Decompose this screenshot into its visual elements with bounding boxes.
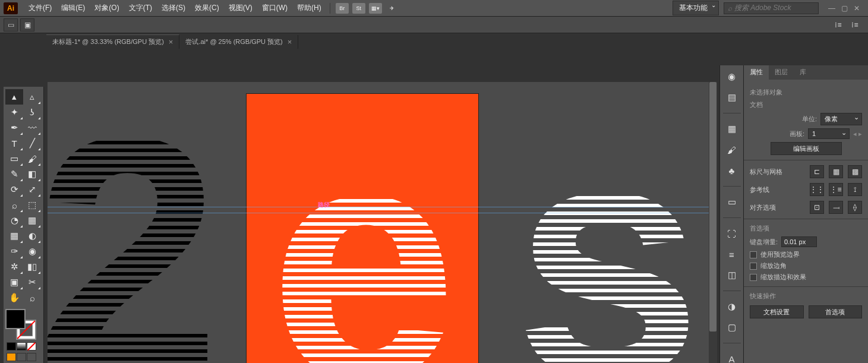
- artboard-stepper[interactable]: ◂ ▸: [853, 130, 862, 138]
- gradient-tool[interactable]: ◐: [23, 228, 41, 244]
- perspective-tool[interactable]: ▦: [23, 213, 41, 228]
- zoom-tool[interactable]: ⌕: [23, 290, 41, 305]
- paintbrush-tool[interactable]: 🖌: [23, 151, 41, 166]
- symbol-sprayer-tool[interactable]: ✲: [5, 259, 23, 274]
- fill-stroke-swatches[interactable]: [5, 309, 37, 341]
- color-guide-icon[interactable]: ▤: [725, 91, 738, 104]
- lasso-tool[interactable]: ʖ: [23, 105, 41, 120]
- brushes-panel-icon[interactable]: 🖌: [725, 143, 738, 156]
- workspace-switcher[interactable]: 基本功能: [673, 1, 719, 15]
- bridge-icon[interactable]: Br: [336, 3, 349, 14]
- shaper-tool[interactable]: ✎: [5, 166, 23, 182]
- menu-select[interactable]: 选择(S): [157, 1, 190, 15]
- menu-type[interactable]: 文字(T): [124, 1, 157, 15]
- line-tool[interactable]: ╱: [23, 135, 41, 151]
- selection-tool[interactable]: ▴: [5, 89, 23, 105]
- none-mode-icon[interactable]: [27, 342, 36, 351]
- rectangle-tool[interactable]: ▭: [5, 151, 23, 166]
- no-selection-icon[interactable]: ▭: [4, 18, 18, 31]
- eraser-tool[interactable]: ◧: [23, 166, 41, 182]
- artboard-select[interactable]: 1: [808, 128, 850, 139]
- guides-show-icon[interactable]: ⋮⋮: [810, 183, 824, 196]
- stock-icon[interactable]: St: [352, 3, 365, 14]
- document-setup-button[interactable]: 文档设置: [750, 305, 804, 318]
- symbols-panel-icon[interactable]: ♣: [725, 164, 738, 177]
- blend-tool[interactable]: ◉: [23, 244, 41, 259]
- tab-properties[interactable]: 属性: [744, 65, 769, 80]
- slice-tool[interactable]: ✂: [23, 274, 41, 290]
- stroke-panel-icon[interactable]: ▭: [725, 195, 738, 209]
- magic-wand-tool[interactable]: ✦: [5, 105, 23, 120]
- snap-point-icon[interactable]: ⊡: [810, 201, 824, 214]
- color-mode-icon[interactable]: [7, 342, 16, 351]
- scale-corners-checkbox[interactable]: [750, 263, 757, 270]
- tab-libraries[interactable]: 库: [794, 65, 812, 80]
- snap-grid-icon[interactable]: ⟠: [848, 201, 862, 214]
- shape-builder-tool[interactable]: ◔: [5, 213, 23, 228]
- draw-behind-icon[interactable]: [17, 353, 26, 361]
- close-button[interactable]: ✕: [854, 4, 860, 12]
- document-setup-icon[interactable]: ▣: [20, 18, 34, 31]
- graphic-styles-icon[interactable]: ▢: [725, 321, 738, 334]
- pathfinder-panel-icon[interactable]: ◫: [725, 269, 738, 282]
- graph-tool[interactable]: ▮▯: [23, 259, 41, 274]
- doc-tab-2[interactable]: 尝试.ai* @ 25% (RGB/GPU 预览) ×: [179, 35, 298, 49]
- preferences-button[interactable]: 首选项: [809, 305, 863, 318]
- menu-file[interactable]: 文件(F): [24, 1, 56, 15]
- mesh-tool[interactable]: ▦: [5, 228, 23, 244]
- canvas[interactable]: 2 e s 路径: [48, 82, 717, 363]
- scale-strokes-checkbox[interactable]: [750, 274, 757, 281]
- gpu-icon[interactable]: ✈: [386, 3, 399, 14]
- menu-object[interactable]: 对象(O): [90, 1, 124, 15]
- maximize-button[interactable]: ▢: [841, 4, 848, 12]
- panel-collapse-icon[interactable]: ⁞≡: [831, 18, 845, 31]
- menu-view[interactable]: 视图(V): [224, 1, 257, 15]
- draw-normal-icon[interactable]: [7, 353, 16, 361]
- panel-menu-icon[interactable]: ⁞≡: [848, 18, 862, 31]
- eyedropper-tool[interactable]: ✑: [5, 244, 23, 259]
- guides-lock-icon[interactable]: ⋮≡: [829, 183, 843, 196]
- smart-guides-icon[interactable]: ⟟: [848, 183, 862, 196]
- units-select[interactable]: 像素: [820, 113, 862, 125]
- tab-layers[interactable]: 图层: [769, 65, 794, 80]
- glyph-s: s: [514, 119, 702, 363]
- scroll-thumb[interactable]: [709, 82, 717, 332]
- menu-edit[interactable]: 编辑(E): [56, 1, 90, 15]
- hand-tool[interactable]: ✋: [5, 290, 23, 305]
- draw-inside-icon[interactable]: [27, 353, 36, 361]
- color-panel-icon[interactable]: ◉: [725, 70, 738, 83]
- rotate-tool[interactable]: ⟳: [5, 182, 23, 197]
- snap-pixel-icon[interactable]: ⟞: [829, 201, 843, 214]
- minimize-button[interactable]: ―: [828, 4, 835, 12]
- grid-icon[interactable]: ▦: [829, 165, 843, 178]
- doc-tab-1[interactable]: 未标题-1* @ 33.33% (RGB/GPU 预览) ×: [46, 34, 179, 49]
- align-panel-icon[interactable]: ≡: [725, 248, 738, 261]
- type-tool[interactable]: T: [5, 135, 23, 151]
- close-icon[interactable]: ×: [288, 37, 292, 46]
- gradient-mode-icon[interactable]: [17, 342, 26, 351]
- ruler-icon[interactable]: ⊏: [810, 165, 824, 178]
- search-input[interactable]: ⌕ 搜索 Adobe Stock: [724, 2, 819, 14]
- scale-tool[interactable]: ⤢: [23, 182, 41, 197]
- pen-tool[interactable]: ✒: [5, 120, 23, 135]
- character-panel-icon[interactable]: A: [725, 352, 738, 363]
- close-icon[interactable]: ×: [169, 37, 173, 46]
- transform-panel-icon[interactable]: ⛶: [725, 227, 738, 240]
- arrange-docs-icon[interactable]: ▦▾: [369, 3, 382, 14]
- swatches-panel-icon[interactable]: ▦: [725, 122, 738, 135]
- fill-swatch[interactable]: [5, 309, 26, 329]
- preview-bounds-checkbox[interactable]: [750, 251, 757, 258]
- direct-selection-tool[interactable]: ▵: [23, 89, 41, 105]
- edit-artboards-button[interactable]: 编辑画板: [771, 142, 842, 155]
- width-tool[interactable]: ⌕: [5, 197, 23, 213]
- menu-effect[interactable]: 效果(C): [190, 1, 224, 15]
- menu-window[interactable]: 窗口(W): [257, 1, 292, 15]
- menu-help[interactable]: 帮助(H): [292, 1, 326, 15]
- artboard-tool[interactable]: ▣: [5, 274, 23, 290]
- keyboard-increment-input[interactable]: 0.01 px: [781, 236, 817, 247]
- appearance-panel-icon[interactable]: ◑: [725, 300, 738, 313]
- vertical-scrollbar[interactable]: [709, 82, 717, 363]
- free-transform-tool[interactable]: ⬚: [23, 197, 41, 213]
- transparency-grid-icon[interactable]: ▩: [848, 165, 862, 178]
- curvature-tool[interactable]: 〰: [23, 120, 41, 135]
